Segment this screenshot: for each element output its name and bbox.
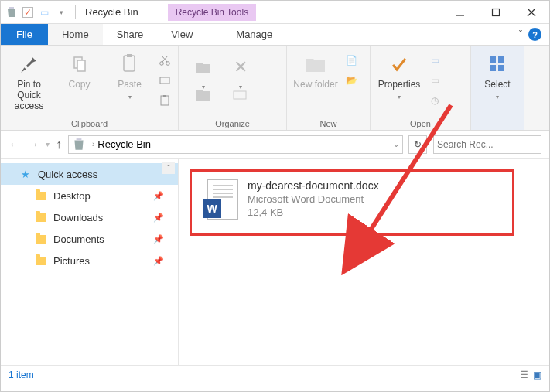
recent-dropdown[interactable]: ▾	[46, 140, 50, 148]
tab-home[interactable]: Home	[48, 24, 103, 45]
recycle-bin-icon	[5, 6, 18, 19]
tab-manage[interactable]: Manage	[222, 24, 286, 45]
forward-button[interactable]: →	[27, 138, 39, 152]
file-size: 12,4 KB	[248, 206, 379, 218]
paste-label: Paste	[118, 79, 142, 90]
refresh-button[interactable]: ↻	[408, 135, 427, 154]
pin-icon: 📌	[153, 256, 164, 266]
svg-rect-16	[490, 56, 496, 63]
new-folder-label: New folder	[293, 79, 337, 90]
folder-icon	[35, 189, 47, 202]
breadcrumb-location[interactable]: Recycle Bin	[97, 138, 151, 150]
main-area: ˆ ★ Quick access Desktop 📌 Downloads 📌 D…	[1, 159, 549, 365]
search-input[interactable]	[437, 139, 550, 150]
svg-line-11	[162, 56, 167, 62]
tab-file[interactable]: File	[1, 24, 48, 45]
pin-icon: 📌	[153, 213, 164, 223]
svg-point-8	[160, 62, 164, 66]
copy-to-button[interactable]	[188, 83, 219, 103]
title-bar: ✓ ▭ ▾ Recycle Bin Recycle Bin Tools	[1, 1, 549, 24]
pin-label: Pin to Quick access	[5, 79, 53, 111]
details-view-icon[interactable]: ☰	[520, 370, 528, 380]
downloads-label: Downloads	[53, 212, 103, 223]
star-icon: ★	[19, 168, 32, 180]
pictures-label: Pictures	[53, 255, 90, 267]
sidebar-desktop[interactable]: Desktop 📌	[1, 185, 178, 206]
chevron-right-icon[interactable]: ›	[92, 140, 94, 148]
svg-rect-1	[493, 9, 500, 15]
help-icon[interactable]: ?	[528, 28, 541, 41]
select-label: Select	[484, 79, 510, 90]
cut-icon[interactable]	[156, 52, 173, 69]
paste-button[interactable]: Paste ▾	[106, 49, 153, 101]
edit-icon[interactable]: ▭	[426, 72, 443, 89]
svg-line-10	[162, 56, 168, 62]
svg-rect-6	[124, 56, 135, 71]
status-bar: 1 item ☰ ▣	[1, 365, 549, 383]
svg-rect-17	[498, 56, 504, 63]
divider	[75, 5, 76, 19]
svg-point-9	[166, 62, 170, 66]
open-group-label: Open	[375, 118, 466, 128]
tab-share[interactable]: Share	[103, 24, 158, 45]
open-icon[interactable]: ▭	[426, 52, 443, 69]
ribbon-collapse-icon[interactable]: ˇ	[519, 29, 522, 40]
maximize-button[interactable]	[478, 1, 514, 24]
pin-icon: 📌	[153, 191, 164, 201]
thumbnails-view-icon[interactable]: ▣	[533, 370, 541, 380]
contextual-tab-label[interactable]: Recycle Bin Tools	[168, 4, 257, 21]
recycle-bin-small-icon	[72, 138, 86, 152]
properties-button[interactable]: Properties ▾	[375, 49, 423, 101]
tab-view[interactable]: View	[157, 24, 207, 45]
copy-button[interactable]: Copy	[56, 49, 103, 90]
qat-item-icon[interactable]: ▭	[38, 6, 50, 19]
pin-to-quick-access-button[interactable]: Pin to Quick access	[5, 49, 53, 111]
paste-shortcut-icon[interactable]	[156, 92, 173, 109]
file-type: Microsoft Word Document	[248, 193, 379, 205]
ribbon: Pin to Quick access Copy Paste ▾ Clipboa…	[1, 46, 549, 131]
copy-label: Copy	[68, 79, 90, 90]
organize-group-label: Organize	[183, 118, 282, 128]
folder-icon	[35, 233, 47, 245]
rename-button[interactable]	[225, 83, 256, 103]
svg-rect-14	[163, 95, 166, 97]
svg-rect-5	[77, 60, 85, 71]
sidebar-pictures[interactable]: Pictures 📌	[1, 250, 178, 271]
sidebar-quick-access[interactable]: ★ Quick access	[1, 163, 178, 185]
svg-rect-12	[160, 77, 169, 84]
search-box[interactable]: 🔍	[433, 135, 541, 154]
new-folder-button[interactable]: New folder	[292, 49, 340, 90]
history-icon[interactable]: ◷	[426, 92, 443, 109]
breadcrumb-dropdown-icon[interactable]: ⌄	[393, 140, 399, 148]
select-group-label	[476, 127, 519, 128]
pin-icon: 📌	[153, 234, 164, 244]
ribbon-tabs: File Home Share View Manage ˇ ?	[1, 24, 549, 46]
scroll-up-icon[interactable]: ˆ	[162, 162, 175, 174]
file-list-area[interactable]: W my-dearest-document.docx Microsoft Wor…	[179, 159, 549, 365]
new-group-label: New	[292, 118, 365, 128]
breadcrumb[interactable]: › Recycle Bin ⌄	[68, 135, 403, 154]
file-name[interactable]: my-dearest-document.docx	[248, 179, 379, 192]
sidebar-downloads[interactable]: Downloads 📌	[1, 206, 178, 228]
highlighted-file: W my-dearest-document.docx Microsoft Wor…	[190, 169, 514, 236]
sidebar-documents[interactable]: Documents 📌	[1, 228, 178, 250]
easy-access-icon[interactable]: 📂	[343, 72, 360, 89]
word-document-icon[interactable]: W	[203, 179, 238, 223]
qat-checkbox-icon[interactable]: ✓	[22, 7, 33, 18]
svg-rect-18	[490, 65, 496, 71]
folder-icon	[35, 254, 47, 267]
address-bar-row: ← → ▾ ↑ › Recycle Bin ⌄ ↻ 🔍	[1, 131, 549, 159]
select-button[interactable]: Select ▾	[476, 49, 519, 101]
back-button[interactable]: ←	[9, 138, 21, 152]
qat-dropdown-icon[interactable]: ▾	[55, 6, 67, 19]
svg-rect-19	[498, 65, 504, 71]
close-button[interactable]	[514, 1, 549, 24]
svg-rect-7	[127, 54, 132, 57]
svg-rect-15	[234, 91, 246, 99]
folder-icon	[35, 211, 47, 223]
up-button[interactable]: ↑	[56, 138, 62, 152]
new-item-icon[interactable]: 📄	[343, 52, 360, 69]
copy-path-icon[interactable]	[156, 72, 173, 89]
minimize-button[interactable]	[442, 1, 478, 24]
item-count: 1 item	[9, 370, 34, 380]
